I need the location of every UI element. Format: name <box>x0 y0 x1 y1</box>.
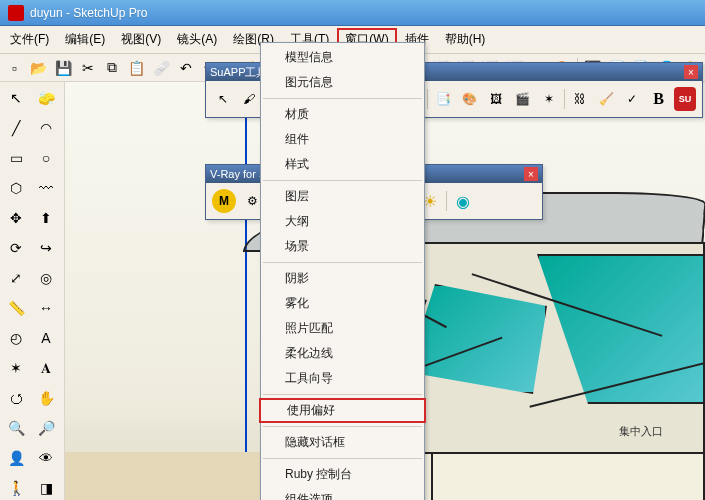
menu-separator <box>263 458 422 459</box>
erase-button[interactable]: 🩹 <box>150 56 173 79</box>
menu-编辑[interactable]: 编辑(E) <box>57 28 113 51</box>
save-button[interactable]: 💾 <box>52 56 75 79</box>
move-tool[interactable]: ✥ <box>2 204 30 232</box>
text-tool[interactable]: A <box>32 324 60 352</box>
menu-item-材质[interactable]: 材质 <box>261 102 424 127</box>
menu-item-雾化[interactable]: 雾化 <box>261 291 424 316</box>
menu-文件[interactable]: 文件(F) <box>2 28 57 51</box>
undo-button[interactable]: ↶ <box>175 56 198 79</box>
circle-tool[interactable]: ○ <box>32 144 60 172</box>
freehand-tool[interactable]: 〰 <box>32 174 60 202</box>
rotate-tool[interactable]: ⟳ <box>2 234 30 262</box>
menu-separator <box>263 262 422 263</box>
axes-tool[interactable]: ✶ <box>2 354 30 382</box>
menu-item-柔化边线[interactable]: 柔化边线 <box>261 341 424 366</box>
scale-tool[interactable]: ⤢ <box>2 264 30 292</box>
position-tool[interactable]: 👤 <box>2 444 30 472</box>
orbit-tool[interactable]: ⭯ <box>2 384 30 412</box>
menu-镜头[interactable]: 镜头(A) <box>169 28 225 51</box>
paste-button[interactable]: 📋 <box>126 56 149 79</box>
zoom-ext2-tool[interactable]: 🔎 <box>32 414 60 442</box>
dim-tool[interactable]: ↔ <box>32 294 60 322</box>
menu-帮助[interactable]: 帮助(H) <box>437 28 494 51</box>
suapp-scene-icon[interactable]: 🖼 <box>485 87 507 111</box>
suapp-brush-icon[interactable]: 🖌 <box>238 87 260 111</box>
3dtext-tool[interactable]: 𝐀 <box>32 354 60 382</box>
toolbar-separator <box>564 89 565 109</box>
menu-separator <box>263 394 422 395</box>
arc-tool[interactable]: ◠ <box>32 114 60 142</box>
menu-item-隐藏对话框[interactable]: 隐藏对话框 <box>261 430 424 455</box>
suapp-logo-icon[interactable]: SU <box>674 87 696 111</box>
suapp-title: SuAPP工具 <box>210 65 267 80</box>
close-icon[interactable]: × <box>684 65 698 79</box>
push-tool[interactable]: ⬆ <box>32 204 60 232</box>
open-button[interactable]: 📂 <box>28 56 51 79</box>
menu-separator <box>263 180 422 181</box>
protractor-tool[interactable]: ◴ <box>2 324 30 352</box>
toolbar-separator <box>446 191 447 211</box>
menu-item-图层[interactable]: 图层 <box>261 184 424 209</box>
zoom2-tool[interactable]: 🔍 <box>2 414 30 442</box>
suapp-layer-icon[interactable]: 📑 <box>432 87 454 111</box>
menu-item-阴影[interactable]: 阴影 <box>261 266 424 291</box>
menu-item-组件[interactable]: 组件 <box>261 127 424 152</box>
close-icon[interactable]: × <box>524 167 538 181</box>
menu-item-样式[interactable]: 样式 <box>261 152 424 177</box>
rect-tool[interactable]: ▭ <box>2 144 30 172</box>
menu-item-大纲[interactable]: 大纲 <box>261 209 424 234</box>
menu-item-照片匹配[interactable]: 照片匹配 <box>261 316 424 341</box>
window-titlebar: duyun - SketchUp Pro <box>0 0 705 26</box>
eraser-tool[interactable]: 🧽 <box>32 84 60 112</box>
new-button[interactable]: ▫ <box>3 56 26 79</box>
copy-button[interactable]: ⧉ <box>101 56 124 79</box>
select-tool[interactable]: ↖ <box>2 84 30 112</box>
suapp-animate-icon[interactable]: 🎬 <box>511 87 533 111</box>
suapp-coord-icon[interactable]: ✶ <box>537 87 559 111</box>
menu-item-Ruby 控制台[interactable]: Ruby 控制台 <box>261 462 424 487</box>
menu-item-工具向导[interactable]: 工具向导 <box>261 366 424 391</box>
app-icon <box>8 5 24 21</box>
suapp-check-icon[interactable]: ✓ <box>621 87 643 111</box>
cut-button[interactable]: ✂ <box>77 56 100 79</box>
menu-item-使用偏好[interactable]: 使用偏好 <box>259 398 426 423</box>
window-title: duyun - SketchUp Pro <box>30 6 697 20</box>
suapp-select-icon[interactable]: ↖ <box>212 87 234 111</box>
tape-tool[interactable]: 📏 <box>2 294 30 322</box>
toolbar-separator <box>427 89 428 109</box>
suapp-clean-icon[interactable]: 🧹 <box>595 87 617 111</box>
left-toolbox: ↖🧽╱◠▭○⬡〰✥⬆⟳↪⤢◎📏↔◴A✶𝐀⭯✋🔍🔎👤👁🚶◨ <box>0 82 65 500</box>
suapp-material-icon[interactable]: 🎨 <box>459 87 481 111</box>
line-tool[interactable]: ╱ <box>2 114 30 142</box>
follow-tool[interactable]: ↪ <box>32 234 60 262</box>
polygon-tool[interactable]: ⬡ <box>2 174 30 202</box>
vray-swirl-icon[interactable]: ◉ <box>451 189 475 213</box>
menu-item-图元信息[interactable]: 图元信息 <box>261 70 424 95</box>
menu-item-组件选项[interactable]: 组件选项 <box>261 487 424 500</box>
walk-tool[interactable]: 🚶 <box>2 474 30 500</box>
pan-tool[interactable]: ✋ <box>32 384 60 412</box>
offset-tool[interactable]: ◎ <box>32 264 60 292</box>
menu-视图[interactable]: 视图(V) <box>113 28 169 51</box>
look-tool[interactable]: 👁 <box>32 444 60 472</box>
suapp-weld-icon[interactable]: ⛓ <box>569 87 591 111</box>
suapp-bold-icon[interactable]: B <box>648 87 670 111</box>
window-menu-dropdown: 模型信息图元信息材质组件样式图层大纲场景阴影雾化照片匹配柔化边线工具向导使用偏好… <box>260 42 425 500</box>
menu-separator <box>263 98 422 99</box>
vray-material-ed-icon[interactable]: M <box>212 189 236 213</box>
menu-separator <box>263 426 422 427</box>
menu-item-场景[interactable]: 场景 <box>261 234 424 259</box>
section2-tool[interactable]: ◨ <box>32 474 60 500</box>
entrance-label: 集中入口 <box>619 424 663 439</box>
menu-item-模型信息[interactable]: 模型信息 <box>261 45 424 70</box>
